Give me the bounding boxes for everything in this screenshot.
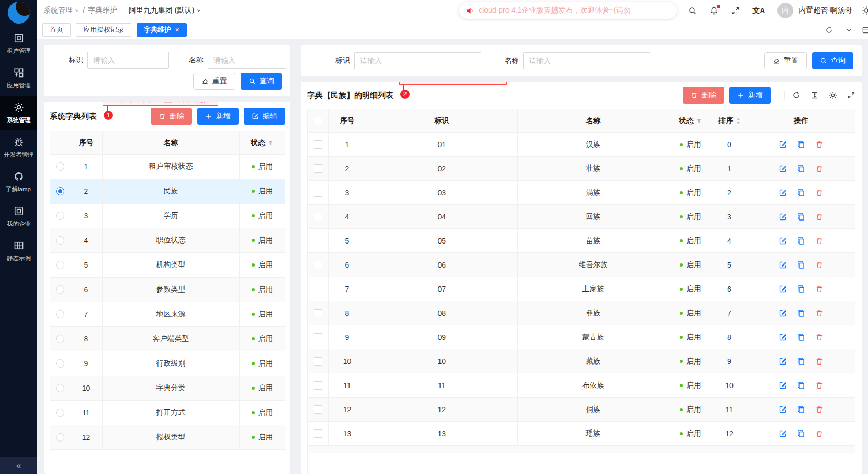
row-checkbox[interactable] — [314, 261, 322, 269]
dict-item-row[interactable]: 5 05 苗族 启用 4 — [308, 229, 855, 253]
dict-item-row[interactable]: 11 11 布依族 启用 10 — [308, 373, 855, 398]
row-radio[interactable] — [56, 261, 64, 269]
sidebar-item-lamp[interactable]: 了解lamp — [0, 165, 37, 200]
row-checkbox[interactable] — [314, 189, 322, 197]
dict-item-row[interactable]: 6 06 维吾尔族 启用 5 — [308, 253, 855, 277]
edit-icon[interactable] — [774, 309, 792, 317]
row-checkbox[interactable] — [314, 309, 322, 317]
dict-item-row[interactable]: 1 01 汉族 启用 0 — [308, 133, 855, 157]
copy-icon[interactable] — [792, 213, 810, 221]
dict-type-row[interactable]: 2 民族 启用 — [50, 179, 285, 204]
row-radio[interactable] — [56, 359, 64, 368]
edit-icon[interactable] — [774, 237, 792, 245]
dict-type-row[interactable]: 12 授权类型 启用 — [50, 425, 285, 450]
translate-icon[interactable]: 文A — [752, 7, 765, 14]
row-checkbox[interactable] — [314, 213, 322, 221]
copy-icon[interactable] — [792, 189, 810, 197]
search-icon[interactable] — [688, 6, 697, 15]
trash-icon[interactable] — [810, 357, 828, 366]
sidebar-item-enterprise[interactable]: 我的企业 — [0, 200, 37, 234]
row-radio[interactable] — [56, 285, 64, 294]
query-button[interactable]: 查询 — [241, 73, 282, 90]
copy-icon[interactable] — [792, 429, 810, 438]
chevron-down-icon[interactable] — [839, 21, 859, 39]
dict-type-name-input[interactable] — [208, 52, 286, 69]
copy-icon[interactable] — [792, 381, 810, 390]
trash-icon[interactable] — [810, 405, 828, 414]
trash-icon[interactable] — [810, 429, 828, 438]
delete-button[interactable]: 删除 — [151, 108, 192, 125]
bell-icon[interactable] — [709, 6, 718, 15]
row-radio[interactable] — [56, 162, 64, 171]
announcement-banner[interactable]: cloud-pro 4.1企业版震撼发布，欢迎体验~(请勿 — [459, 2, 677, 19]
trash-icon[interactable] — [810, 309, 828, 317]
dict-type-id-input[interactable] — [87, 52, 169, 69]
row-checkbox[interactable] — [314, 381, 322, 390]
row-checkbox[interactable] — [314, 429, 322, 438]
row-checkbox[interactable] — [314, 405, 322, 414]
app-logo[interactable] — [8, 2, 30, 24]
dict-item-name-input[interactable] — [523, 52, 650, 69]
sidebar-item-tenant[interactable]: 租户管理 — [0, 27, 37, 61]
close-icon[interactable]: ✕ — [175, 27, 179, 34]
sidebar-item-apps[interactable]: 应用管理 — [0, 61, 37, 96]
add-button[interactable]: 新增 — [197, 108, 239, 125]
row-radio[interactable] — [56, 409, 64, 417]
dict-item-id-input[interactable] — [354, 52, 481, 69]
dict-type-row[interactable]: 8 客户端类型 启用 — [50, 327, 285, 351]
row-checkbox[interactable] — [314, 140, 322, 149]
copy-icon[interactable] — [792, 405, 810, 414]
dict-type-row[interactable]: 6 参数类型 启用 — [50, 278, 285, 302]
edit-icon[interactable] — [774, 381, 792, 390]
copy-icon[interactable] — [792, 309, 810, 317]
row-radio[interactable] — [56, 187, 64, 195]
refresh-icon[interactable] — [792, 91, 801, 100]
dict-item-row[interactable]: 3 03 满族 启用 2 — [308, 181, 855, 205]
status-header[interactable]: 状态 — [240, 131, 285, 155]
row-checkbox[interactable] — [314, 237, 322, 245]
status-header[interactable]: 状态 — [669, 109, 712, 133]
dict-type-row[interactable]: 3 学历 启用 — [50, 204, 285, 228]
copy-icon[interactable] — [792, 140, 810, 149]
row-radio[interactable] — [56, 384, 64, 392]
fullscreen-icon[interactable] — [847, 91, 855, 100]
sorter-icon[interactable] — [736, 118, 740, 124]
edit-icon[interactable] — [774, 140, 792, 149]
add-button[interactable]: 新增 — [729, 87, 771, 104]
copy-icon[interactable] — [792, 164, 810, 173]
trash-icon[interactable] — [810, 237, 828, 245]
gear-icon[interactable] — [862, 6, 868, 15]
row-checkbox[interactable] — [314, 285, 322, 293]
dict-item-row[interactable]: 12 12 侗族 启用 11 — [308, 398, 855, 422]
row-radio[interactable] — [56, 310, 64, 318]
row-radio[interactable] — [56, 433, 64, 442]
sidebar-item-developer[interactable]: 开发者管理 — [0, 130, 37, 165]
dict-item-row[interactable]: 13 13 瑶族 启用 12 — [308, 422, 855, 446]
dict-item-row[interactable]: 8 08 彝族 启用 7 — [308, 301, 855, 325]
filter-icon[interactable] — [696, 118, 702, 124]
delete-button[interactable]: 删除 — [683, 87, 724, 104]
column-height-icon[interactable] — [810, 91, 819, 100]
copy-icon[interactable] — [792, 285, 810, 293]
dict-type-row[interactable]: 9 行政级别 启用 — [50, 351, 285, 376]
dict-type-row[interactable]: 4 职位状态 启用 — [50, 228, 285, 253]
reset-button[interactable]: 重置 — [764, 52, 807, 69]
edit-icon[interactable] — [774, 405, 792, 414]
edit-icon[interactable] — [774, 357, 792, 366]
sort-header[interactable]: 排序 — [712, 109, 747, 133]
copy-icon[interactable] — [792, 357, 810, 366]
tab-dict-maintenance[interactable]: 字典维护 ✕ — [137, 23, 187, 37]
trash-icon[interactable] — [810, 285, 828, 293]
dict-type-row[interactable]: 11 打开方式 启用 — [50, 401, 285, 425]
query-button[interactable]: 查询 — [812, 52, 853, 69]
edit-icon[interactable] — [774, 333, 792, 341]
dict-type-row[interactable]: 7 地区来源 启用 — [50, 302, 285, 327]
fullscreen-icon[interactable] — [731, 6, 740, 15]
trash-icon[interactable] — [810, 140, 828, 149]
gear-icon[interactable] — [829, 91, 837, 100]
row-checkbox[interactable] — [314, 357, 322, 366]
dict-type-row[interactable]: 10 字典分类 启用 — [50, 376, 285, 401]
filter-icon[interactable] — [267, 140, 274, 146]
sidebar-item-static[interactable]: 静态示例 — [0, 234, 37, 269]
tab-app-auth-record[interactable]: 应用授权记录 — [76, 23, 131, 37]
